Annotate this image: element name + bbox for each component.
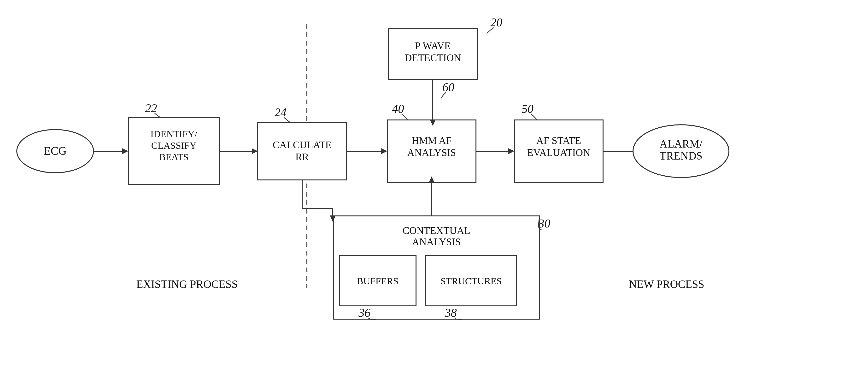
- identify-label-2: CLASSIFY: [151, 140, 197, 151]
- diagram-container: ECG IDENTIFY/ CLASSIFY BEATS 22 CALCULAT…: [0, 0, 868, 387]
- structures-label: STRUCTURES: [440, 276, 502, 287]
- calculate-label-1: CALCULATE: [273, 140, 332, 150]
- identify-label-3: BEATS: [159, 152, 188, 162]
- hmm-label-2: ANALYSIS: [407, 147, 456, 158]
- alarm-label-2: TRENDS: [660, 150, 703, 162]
- calculate-node: [258, 122, 346, 180]
- new-process-label: NEW PROCESS: [629, 278, 705, 290]
- calculate-label-2: RR: [296, 151, 309, 162]
- ref-24: 24: [275, 106, 286, 119]
- afstate-label-1: AF STATE: [536, 135, 581, 146]
- identify-node: [128, 118, 219, 185]
- ref-40: 40: [392, 102, 404, 115]
- ref-36: 36: [358, 306, 370, 319]
- ref-50: 50: [522, 102, 533, 115]
- pwave-label-2: DETECTION: [404, 52, 461, 63]
- hmm-label-1: HMM AF: [412, 135, 452, 146]
- identify-label-1: IDENTIFY/: [150, 128, 197, 140]
- ref-30: 30: [538, 217, 550, 230]
- ref-22: 22: [145, 101, 157, 115]
- contextual-label-1: CONTEXTUAL: [403, 225, 470, 236]
- buffers-label: BUFFERS: [357, 276, 398, 287]
- ref-38: 38: [444, 306, 457, 319]
- alarm-label-1: ALARM/: [660, 138, 703, 150]
- ref-60: 60: [442, 80, 454, 94]
- ecg-label: ECG: [44, 144, 67, 157]
- ref-20: 20: [490, 16, 502, 29]
- afstate-label-2: EVALUATION: [527, 147, 590, 158]
- pwave-label-1: P WAVE: [415, 40, 450, 51]
- existing-process-label: EXISTING PROCESS: [136, 278, 238, 290]
- contextual-label-2: ANALYSIS: [412, 236, 461, 247]
